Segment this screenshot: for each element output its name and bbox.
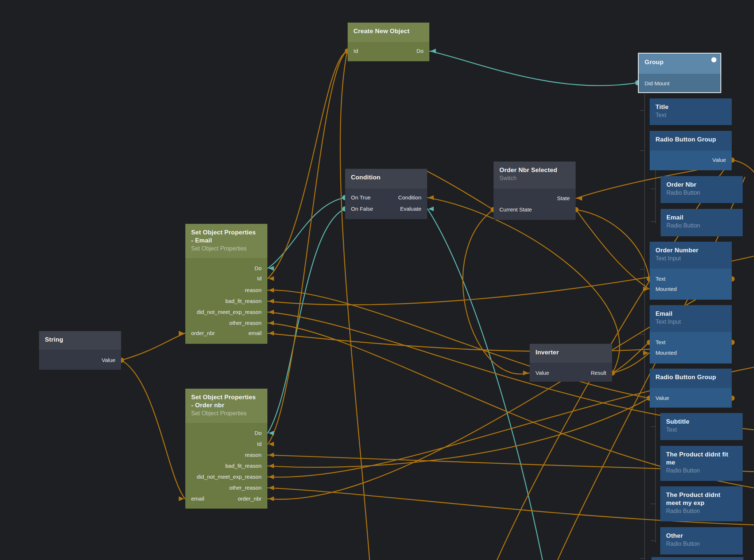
node-header[interactable]: OtherRadio Button: [660, 527, 743, 555]
port-label-value[interactable]: Value: [656, 156, 726, 164]
port-arrow[interactable]: [268, 288, 274, 293]
node-title: Order Nbr Selected: [499, 166, 570, 174]
wire-signal[interactable]: [268, 209, 345, 433]
port-label-text[interactable]: Text: [656, 338, 726, 346]
node-title-text[interactable]: TitleText: [650, 98, 732, 125]
port-arrow[interactable]: [428, 195, 434, 200]
node-header[interactable]: Radio Button Group: [650, 131, 732, 151]
wire-data[interactable]: [425, 170, 493, 210]
node-product-didnt-meet-exp[interactable]: The Product didnt meet my expRadio Butto…: [660, 486, 743, 521]
port-label-did-not-meet-exp-reason[interactable]: did_not_meet_exp_reason: [191, 308, 262, 316]
wire-data[interactable]: [576, 210, 649, 279]
node-radio-button-group-1[interactable]: Radio Button GroupValue: [650, 131, 732, 170]
node-header[interactable]: SubtitleText: [660, 413, 743, 440]
port-label-text[interactable]: Text: [656, 275, 726, 283]
node-header[interactable]: The Product didnt fit meRadio Button: [660, 446, 743, 481]
port-label-reason[interactable]: reason: [191, 451, 262, 459]
node-subtitle: Text: [666, 426, 737, 433]
wire-data[interactable]: [732, 160, 754, 177]
node-group[interactable]: GroupDid Mount: [638, 53, 721, 93]
port-label-do[interactable]: Do: [353, 47, 424, 55]
node-header[interactable]: Set Object Properties - EmailSet Object …: [185, 224, 267, 258]
node-sop-order[interactable]: Set Object Properties - Order nbrSet Obj…: [185, 389, 267, 509]
node-header[interactable]: Create New Object: [348, 23, 429, 42]
port-arrow[interactable]: [430, 49, 436, 54]
node-other-radio[interactable]: OtherRadio Button: [660, 527, 743, 555]
port-label-mounted[interactable]: Mounted: [656, 349, 726, 357]
node-email-input[interactable]: EmailText InputTextMounted: [650, 305, 732, 363]
port-arrow[interactable]: [268, 321, 274, 326]
port-arrow[interactable]: [268, 497, 274, 501]
port-arrow[interactable]: [577, 196, 582, 201]
node-header[interactable]: Order NumberText Input: [650, 242, 732, 269]
node-header[interactable]: EmailRadio Button: [661, 209, 743, 236]
wire-signal[interactable]: [430, 51, 638, 86]
node-condition[interactable]: ConditionOn TrueConditionOn FalseEvaluat…: [345, 169, 427, 219]
node-header[interactable]: Radio Button Group: [650, 369, 732, 388]
port-arrow[interactable]: [523, 371, 529, 376]
wire-data[interactable]: [121, 360, 185, 499]
wire-signal[interactable]: [428, 209, 544, 560]
node-order-nbr-selected[interactable]: Order Nbr SelectedSwitchStateCurrent Sta…: [494, 162, 576, 220]
node-header[interactable]: Order NbrRadio Button: [661, 176, 743, 203]
node-order-nbr-radio[interactable]: Order NbrRadio Button: [661, 176, 743, 203]
port-arrow[interactable]: [268, 486, 274, 490]
node-subtitle: Text Input: [656, 254, 726, 262]
port-label-did-mount[interactable]: Did Mount: [645, 79, 715, 88]
port-label-id[interactable]: Id: [191, 275, 262, 283]
port-label-id[interactable]: Id: [191, 440, 262, 448]
port-label-mounted[interactable]: Mounted: [656, 285, 726, 293]
port-label-condition[interactable]: Condition: [351, 194, 421, 202]
node-string[interactable]: StringValue: [39, 331, 121, 370]
component-indicator-dot: [711, 57, 716, 62]
port-label-other-reason[interactable]: other_reason: [191, 484, 262, 492]
port-arrow[interactable]: [268, 331, 274, 336]
port-label-value[interactable]: Value: [656, 394, 726, 402]
node-header[interactable]: Order Nbr SelectedSwitch: [494, 162, 576, 188]
port-label-other-reason[interactable]: other_reason: [191, 319, 262, 327]
node-partial-node[interactable]: [651, 557, 743, 560]
node-sop-email[interactable]: Set Object Properties - EmailSet Object …: [185, 224, 267, 344]
port-arrow[interactable]: [268, 475, 274, 479]
node-email-radio[interactable]: EmailRadio Button: [661, 209, 743, 236]
port-label-bad-fit-reason[interactable]: bad_fit_reason: [191, 297, 262, 305]
node-header[interactable]: EmailText Input: [650, 305, 732, 332]
node-product-didnt-fit[interactable]: The Product didnt fit meRadio Button: [660, 446, 743, 481]
node-header[interactable]: Group: [639, 54, 720, 74]
node-create-new-object[interactable]: Create New ObjectIdDo: [348, 23, 429, 61]
port-label-value[interactable]: Value: [45, 356, 115, 364]
node-title: Group: [645, 58, 715, 66]
port-label-bad-fit-reason[interactable]: bad_fit_reason: [191, 462, 262, 470]
port-arrow[interactable]: [268, 299, 274, 304]
node-header[interactable]: String: [39, 331, 121, 350]
node-header[interactable]: [651, 557, 743, 560]
port-arrow[interactable]: [268, 310, 274, 315]
port-arrow[interactable]: [268, 464, 274, 468]
port-label-state[interactable]: State: [499, 194, 570, 202]
node-title: Title: [656, 103, 726, 111]
port-label-email[interactable]: email: [191, 495, 262, 503]
port-label-evaluate[interactable]: Evaluate: [351, 205, 421, 213]
wire-data[interactable]: [268, 51, 347, 444]
port-label-did-not-meet-exp-reason[interactable]: did_not_meet_exp_reason: [191, 473, 262, 481]
node-radio-button-group-2[interactable]: Radio Button GroupValue: [650, 369, 732, 408]
wire-data[interactable]: [121, 333, 185, 360]
port-label-result[interactable]: Result: [535, 369, 606, 377]
port-label-order-nbr[interactable]: order_nbr: [191, 329, 262, 337]
port-label-do[interactable]: Do: [191, 264, 262, 272]
node-subtitle-text[interactable]: SubtitleText: [660, 413, 743, 440]
node-order-number-input[interactable]: Order NumberText InputTextMounted: [650, 242, 732, 300]
port-label-do[interactable]: Do: [191, 429, 262, 437]
node-header[interactable]: The Product didnt meet my expRadio Butto…: [660, 486, 743, 521]
port-arrow[interactable]: [268, 453, 274, 458]
port-label-reason[interactable]: reason: [191, 286, 262, 294]
node-title: Subtitle: [666, 418, 737, 426]
node-header[interactable]: Inverter: [530, 344, 612, 363]
port-label-current-state[interactable]: Current State: [499, 206, 570, 214]
node-header[interactable]: Set Object Properties - Order nbrSet Obj…: [185, 389, 267, 423]
node-header[interactable]: TitleText: [650, 98, 732, 125]
node-inverter[interactable]: InverterValueResult: [530, 344, 612, 382]
port-arrow[interactable]: [268, 431, 274, 436]
node-graph-canvas[interactable]: Create New ObjectIdDoGroupDid MountTitle…: [0, 0, 754, 560]
node-header[interactable]: Condition: [345, 169, 427, 188]
